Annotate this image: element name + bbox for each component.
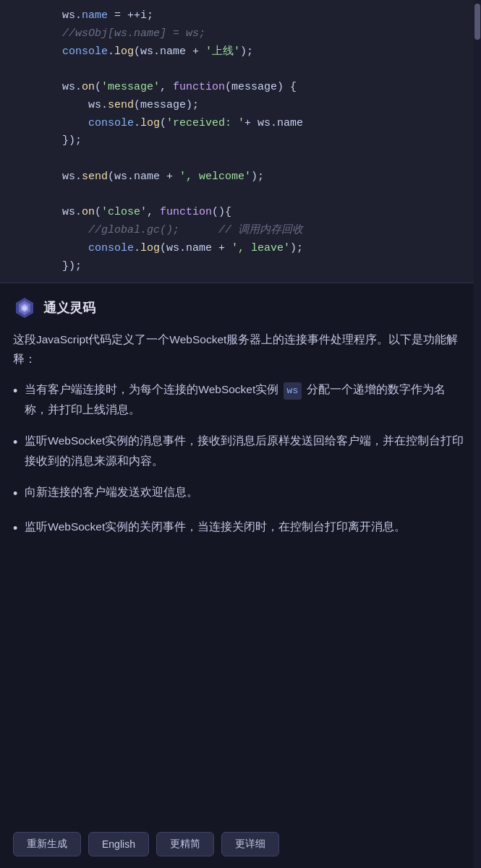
ai-intro-text: 这段JavaScript代码定义了一个WebSocket服务器上的连接事件处理程…: [13, 330, 468, 369]
code-editor: ws.name = ++i; //wsObj[ws.name] = ws; co…: [0, 0, 481, 283]
list-item: 向新连接的客户端发送欢迎信息。: [13, 482, 468, 506]
code-content: ws.name = ++i; //wsObj[ws.name] = ws; co…: [0, 7, 481, 275]
list-item: 监听WebSocket实例的消息事件，接收到消息后原样发送回给客户端，并在控制台…: [13, 431, 468, 470]
english-button[interactable]: English: [88, 832, 149, 856]
ai-logo-icon: [13, 296, 36, 319]
list-item: 当有客户端连接时，为每个连接的WebSocket实例 ws 分配一个递增的数字作…: [13, 379, 468, 420]
ai-content: 这段JavaScript代码定义了一个WebSocket服务器上的连接事件处理程…: [13, 330, 468, 822]
ai-panel: 通义灵码 这段JavaScript代码定义了一个WebSocket服务器上的连接…: [0, 283, 481, 868]
ai-title: 通义灵码: [43, 299, 95, 317]
simpler-button[interactable]: 更精简: [156, 832, 214, 856]
code-badge-ws: ws: [284, 382, 302, 400]
list-item-text-1: 当有客户端连接时，为每个连接的WebSocket实例 ws 分配一个递增的数字作…: [25, 379, 468, 420]
list-item: 监听WebSocket实例的关闭事件，当连接关闭时，在控制台打印离开消息。: [13, 517, 468, 541]
list-item-text-3: 向新连接的客户端发送欢迎信息。: [25, 482, 468, 502]
detailed-button[interactable]: 更详细: [221, 832, 279, 856]
list-item-text-2: 监听WebSocket实例的消息事件，接收到消息后原样发送回给客户端，并在控制台…: [25, 431, 468, 470]
regenerate-button[interactable]: 重新生成: [13, 832, 81, 856]
right-scrollbar-thumb[interactable]: [474, 4, 480, 40]
ai-header: 通义灵码: [13, 296, 468, 319]
right-scrollbar[interactable]: [474, 0, 481, 868]
ai-action-buttons: 重新生成 English 更精简 更详细: [13, 822, 468, 868]
ai-explanation-list: 当有客户端连接时，为每个连接的WebSocket实例 ws 分配一个递增的数字作…: [13, 379, 468, 541]
list-item-text-4: 监听WebSocket实例的关闭事件，当连接关闭时，在控制台打印离开消息。: [25, 517, 468, 536]
